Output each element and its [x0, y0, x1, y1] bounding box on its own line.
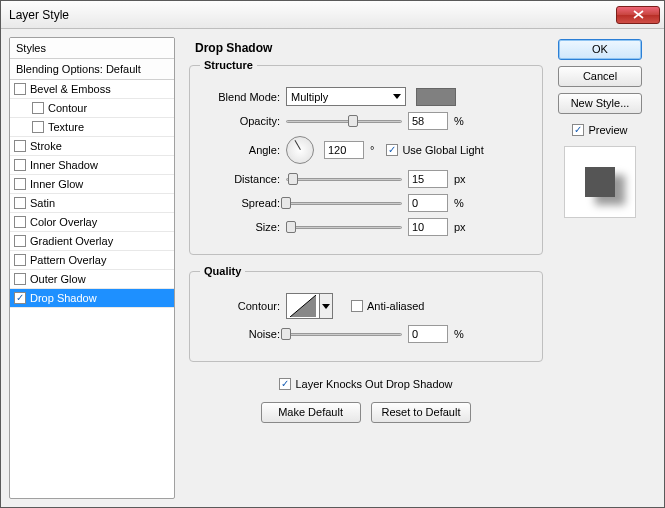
sidebar-item-label: Contour	[48, 102, 87, 114]
distance-input[interactable]: 15	[408, 170, 448, 188]
checkbox-icon[interactable]	[14, 292, 26, 304]
effects-sidebar: Styles Blending Options: Default Bevel &…	[9, 37, 175, 499]
shadow-color-swatch[interactable]	[416, 88, 456, 106]
slider-thumb-icon[interactable]	[281, 197, 291, 209]
sidebar-item-color-overlay[interactable]: Color Overlay	[10, 213, 174, 232]
sidebar-item-stroke[interactable]: Stroke	[10, 137, 174, 156]
slider-thumb-icon[interactable]	[288, 173, 298, 185]
opacity-slider[interactable]	[286, 114, 402, 128]
blend-mode-select[interactable]: Multiply	[286, 87, 406, 106]
sidebar-item-texture[interactable]: Texture	[10, 118, 174, 137]
checkbox-icon[interactable]	[14, 140, 26, 152]
contour-dropdown[interactable]	[320, 293, 333, 319]
checkbox-icon[interactable]	[14, 178, 26, 190]
sidebar-item-label: Satin	[30, 197, 55, 209]
checkbox-icon[interactable]	[14, 159, 26, 171]
slider-thumb-icon[interactable]	[281, 328, 291, 340]
size-label: Size:	[200, 221, 280, 233]
contour-label: Contour:	[200, 300, 280, 312]
sidebar-item-label: Outer Glow	[30, 273, 86, 285]
checkbox-icon[interactable]	[14, 197, 26, 209]
panel-title: Drop Shadow	[189, 41, 543, 59]
checkbox-icon[interactable]	[14, 235, 26, 247]
preview-label: Preview	[588, 124, 627, 136]
reset-default-button[interactable]: Reset to Default	[371, 402, 472, 423]
sidebar-item-bevel-emboss[interactable]: Bevel & Emboss	[10, 80, 174, 99]
preview-checkbox[interactable]	[572, 124, 584, 136]
angle-input[interactable]: 120	[324, 141, 364, 159]
size-slider[interactable]	[286, 220, 402, 234]
distance-label: Distance:	[200, 173, 280, 185]
spread-input[interactable]: 0	[408, 194, 448, 212]
blend-mode-value: Multiply	[291, 91, 328, 103]
sidebar-item-label: Color Overlay	[30, 216, 97, 228]
close-icon	[633, 9, 644, 21]
sidebar-item-label: Inner Glow	[30, 178, 83, 190]
knockout-label: Layer Knocks Out Drop Shadow	[295, 378, 452, 390]
global-light-label: Use Global Light	[402, 144, 483, 156]
sidebar-item-label: Bevel & Emboss	[30, 83, 111, 95]
angle-label: Angle:	[200, 144, 280, 156]
slider-thumb-icon[interactable]	[286, 221, 296, 233]
angle-unit: °	[370, 144, 374, 156]
global-light-checkbox[interactable]	[386, 144, 398, 156]
checkbox-icon[interactable]	[14, 254, 26, 266]
sidebar-item-label: Texture	[48, 121, 84, 133]
sidebar-item-gradient-overlay[interactable]: Gradient Overlay	[10, 232, 174, 251]
sidebar-item-label: Inner Shadow	[30, 159, 98, 171]
sidebar-item-drop-shadow[interactable]: Drop Shadow	[10, 289, 174, 308]
sidebar-header-styles[interactable]: Styles	[10, 38, 174, 59]
spread-label: Spread:	[200, 197, 280, 209]
new-style-button[interactable]: New Style...	[558, 93, 642, 114]
close-button[interactable]	[616, 6, 660, 24]
knockout-checkbox[interactable]	[279, 378, 291, 390]
sidebar-item-contour[interactable]: Contour	[10, 99, 174, 118]
chevron-down-icon	[322, 304, 330, 309]
angle-needle-icon	[295, 140, 301, 150]
preview-thumbnail	[564, 146, 636, 218]
checkbox-icon[interactable]	[14, 216, 26, 228]
distance-unit: px	[454, 173, 472, 185]
angle-wheel[interactable]	[286, 136, 314, 164]
main-panel: Drop Shadow Structure Blend Mode: Multip…	[183, 37, 549, 499]
checkbox-icon[interactable]	[14, 273, 26, 285]
sidebar-item-satin[interactable]: Satin	[10, 194, 174, 213]
checkbox-icon[interactable]	[32, 102, 44, 114]
spread-slider[interactable]	[286, 196, 402, 210]
contour-picker[interactable]	[286, 293, 320, 319]
ok-button[interactable]: OK	[558, 39, 642, 60]
sidebar-item-inner-glow[interactable]: Inner Glow	[10, 175, 174, 194]
chevron-down-icon	[393, 94, 401, 99]
slider-thumb-icon[interactable]	[348, 115, 358, 127]
window-title: Layer Style	[9, 8, 616, 22]
sidebar-item-label: Drop Shadow	[30, 292, 97, 304]
quality-legend: Quality	[200, 265, 245, 277]
distance-slider[interactable]	[286, 172, 402, 186]
sidebar-item-inner-shadow[interactable]: Inner Shadow	[10, 156, 174, 175]
size-input[interactable]: 10	[408, 218, 448, 236]
sidebar-item-label: Pattern Overlay	[30, 254, 106, 266]
preview-square-icon	[585, 167, 615, 197]
opacity-input[interactable]: 58	[408, 112, 448, 130]
sidebar-item-label: Stroke	[30, 140, 62, 152]
opacity-label: Opacity:	[200, 115, 280, 127]
quality-group: Quality Contour: Anti-aliased	[189, 265, 543, 362]
spread-unit: %	[454, 197, 472, 209]
dialog-body: Styles Blending Options: Default Bevel &…	[1, 29, 664, 507]
checkbox-icon[interactable]	[14, 83, 26, 95]
anti-aliased-checkbox[interactable]	[351, 300, 363, 312]
sidebar-item-label: Gradient Overlay	[30, 235, 113, 247]
noise-slider[interactable]	[286, 327, 402, 341]
make-default-button[interactable]: Make Default	[261, 402, 361, 423]
sidebar-item-outer-glow[interactable]: Outer Glow	[10, 270, 174, 289]
cancel-button[interactable]: Cancel	[558, 66, 642, 87]
noise-label: Noise:	[200, 328, 280, 340]
sidebar-item-pattern-overlay[interactable]: Pattern Overlay	[10, 251, 174, 270]
checkbox-icon[interactable]	[32, 121, 44, 133]
anti-aliased-label: Anti-aliased	[367, 300, 424, 312]
titlebar[interactable]: Layer Style	[1, 1, 664, 29]
noise-input[interactable]: 0	[408, 325, 448, 343]
structure-group: Structure Blend Mode: Multiply Opacity:	[189, 59, 543, 255]
sidebar-header-blending[interactable]: Blending Options: Default	[10, 59, 174, 80]
layer-style-window: Layer Style Styles Blending Options: Def…	[0, 0, 665, 508]
